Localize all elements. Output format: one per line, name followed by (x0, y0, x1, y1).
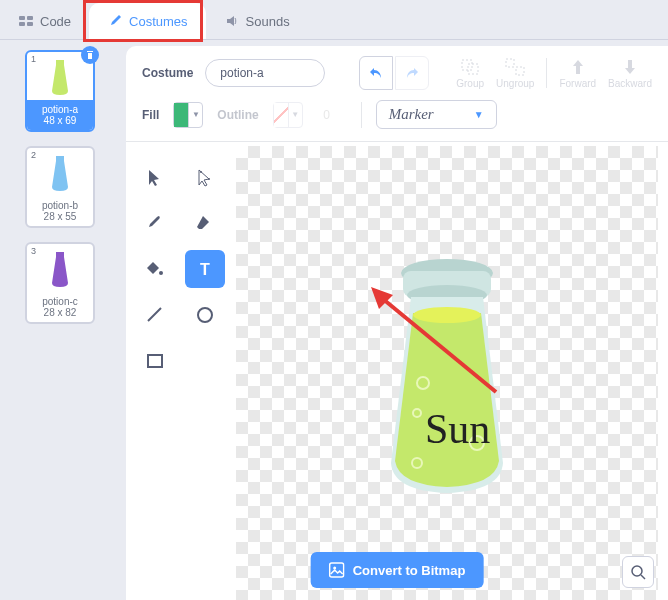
tool-circle[interactable] (185, 296, 225, 334)
delete-costume-icon[interactable] (81, 46, 99, 64)
svg-rect-7 (516, 67, 524, 75)
chevron-down-icon: ▼ (188, 103, 202, 127)
tool-fill[interactable] (135, 250, 175, 288)
outline-color-picker[interactable]: ▼ (273, 102, 303, 128)
thumb-name: potion-a (27, 104, 93, 115)
costume-thumb-potion-a[interactable]: 1potion-a48 x 69 (25, 50, 95, 132)
tool-rect[interactable] (135, 342, 175, 380)
brush-icon (107, 13, 123, 29)
svg-point-13 (198, 308, 212, 322)
svg-line-12 (148, 308, 161, 321)
bitmap-icon (329, 562, 345, 578)
undo-button[interactable] (359, 56, 393, 90)
undo-redo-group (359, 56, 429, 90)
group-button[interactable]: Group (456, 58, 484, 89)
tool-brush[interactable] (135, 204, 175, 242)
thumb-name: potion-c (27, 296, 93, 307)
thumb-number: 1 (31, 54, 36, 64)
tab-code-label: Code (40, 14, 71, 29)
zoom-button[interactable] (622, 556, 654, 588)
thumb-number: 2 (31, 150, 36, 160)
svg-text:Sun: Sun (425, 406, 490, 452)
thumb-dims: 28 x 82 (27, 307, 93, 318)
svg-rect-26 (330, 563, 344, 577)
redo-button[interactable] (395, 56, 429, 90)
costume-label: Costume (142, 66, 193, 80)
chevron-down-icon: ▼ (288, 103, 302, 127)
fill-color-picker[interactable]: ▼ (173, 102, 203, 128)
costume-thumb-potion-c[interactable]: 3potion-c28 x 82 (25, 242, 95, 324)
costume-list: 1potion-a48 x 692potion-b28 x 553potion-… (0, 40, 120, 600)
thumb-dims: 28 x 55 (27, 211, 93, 222)
tool-eraser[interactable] (185, 204, 225, 242)
tool-reshape[interactable] (185, 158, 225, 196)
tool-select[interactable] (135, 158, 175, 196)
convert-to-bitmap-button[interactable]: Convert to Bitmap (311, 552, 484, 588)
chevron-down-icon: ▼ (474, 109, 484, 120)
costume-name-input[interactable] (205, 59, 325, 87)
svg-point-10 (159, 271, 163, 275)
svg-line-24 (383, 299, 496, 392)
svg-point-9 (208, 178, 210, 180)
svg-point-28 (632, 566, 642, 576)
svg-line-29 (641, 575, 645, 579)
thumb-number: 3 (31, 246, 36, 256)
tab-sounds-label: Sounds (246, 14, 290, 29)
font-name: Marker (389, 106, 434, 123)
svg-rect-4 (462, 60, 472, 70)
thumb-name: potion-b (27, 200, 93, 211)
ungroup-button[interactable]: Ungroup (496, 58, 534, 89)
code-icon (18, 13, 34, 29)
annotation-arrow (371, 287, 501, 397)
thumb-dims: 48 x 69 (27, 115, 93, 126)
svg-rect-14 (148, 355, 162, 367)
tab-costumes[interactable]: Costumes (89, 3, 206, 39)
fill-label: Fill (142, 108, 159, 122)
tab-sounds[interactable]: Sounds (206, 3, 308, 39)
outline-label: Outline (217, 108, 258, 122)
svg-rect-1 (19, 22, 25, 26)
svg-text:T: T (200, 261, 210, 278)
svg-point-8 (200, 171, 202, 173)
backward-button[interactable]: Backward (608, 58, 652, 89)
tool-palette: T (126, 142, 236, 600)
forward-button[interactable]: Forward (559, 58, 596, 89)
outline-width-value: 0 (317, 108, 337, 122)
tool-text[interactable]: T (185, 250, 225, 288)
svg-rect-5 (468, 64, 478, 74)
tab-code[interactable]: Code (0, 3, 89, 39)
tool-line[interactable] (135, 296, 175, 334)
svg-rect-2 (27, 16, 33, 20)
costume-thumb-potion-b[interactable]: 2potion-b28 x 55 (25, 146, 95, 228)
costume-editor: Costume Group Ungroup Forward Backward F… (126, 46, 668, 600)
sound-icon (224, 13, 240, 29)
svg-rect-6 (506, 59, 514, 67)
svg-rect-0 (19, 16, 25, 20)
tab-costumes-label: Costumes (129, 14, 188, 29)
tab-bar: Code Costumes Sounds (0, 0, 668, 40)
convert-label: Convert to Bitmap (353, 563, 466, 578)
svg-rect-3 (27, 22, 33, 26)
magnifier-icon (630, 564, 646, 580)
font-selector[interactable]: Marker ▼ (376, 100, 497, 129)
